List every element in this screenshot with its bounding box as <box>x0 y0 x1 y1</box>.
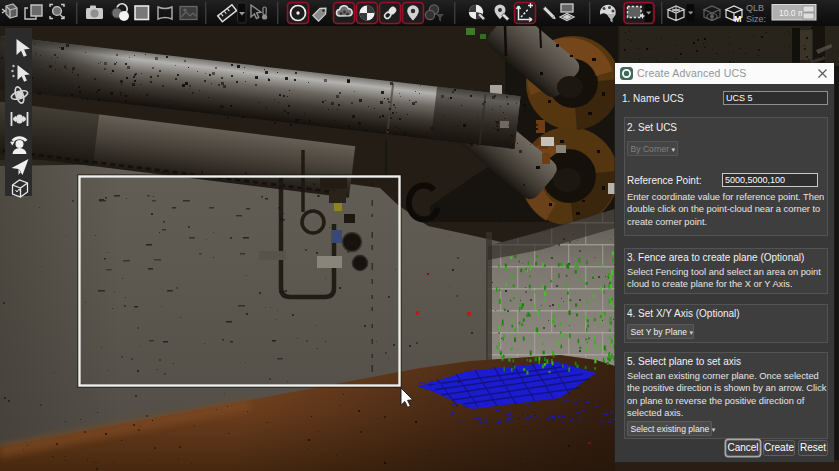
svg-text:Size:: Size: <box>746 14 766 24</box>
svg-text:QLB: QLB <box>746 3 764 13</box>
svg-text:10.0 m: 10.0 m <box>779 8 805 18</box>
svg-text:M: M <box>734 14 742 24</box>
